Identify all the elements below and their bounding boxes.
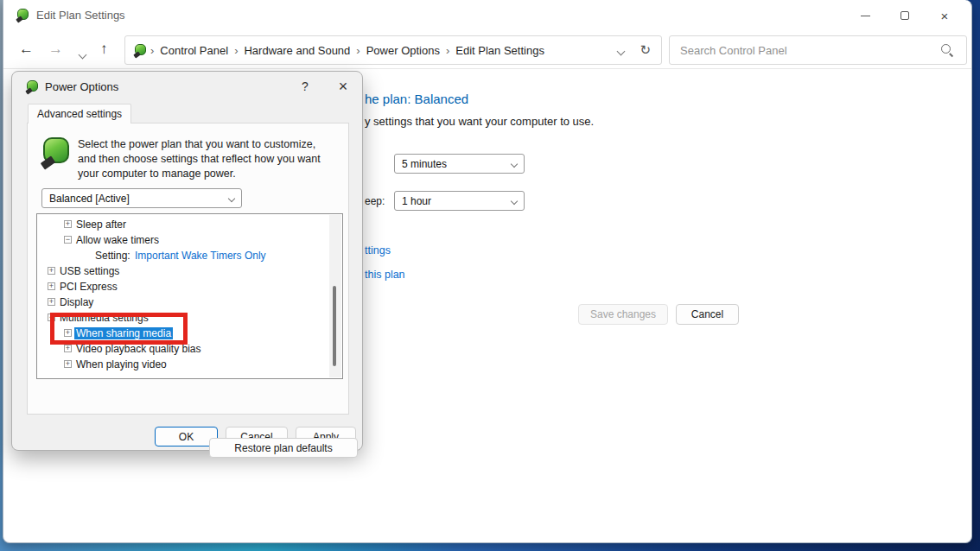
desktop-background: Edit Plan Settings × ← → ↑ › Control Pan… bbox=[0, 0, 980, 551]
tree-item-pci-express[interactable]: + PCI Express bbox=[37, 279, 328, 294]
sleep-timeout-select[interactable]: 1 hour bbox=[394, 191, 525, 211]
breadcrumb-control-panel[interactable]: Control Panel bbox=[156, 44, 232, 57]
expand-icon[interactable]: + bbox=[48, 298, 55, 306]
expand-icon[interactable]: + bbox=[64, 345, 72, 352]
chevron-down-icon bbox=[228, 194, 235, 201]
expand-icon[interactable]: + bbox=[64, 360, 72, 368]
page-cancel-button[interactable]: Cancel bbox=[676, 304, 739, 325]
maximize-icon bbox=[900, 11, 909, 20]
tree-item-display[interactable]: + Display bbox=[37, 294, 328, 310]
annotation-highlight-box bbox=[50, 313, 188, 345]
chevron-down-icon bbox=[511, 160, 518, 167]
save-changes-button[interactable]: Save changes bbox=[578, 304, 668, 325]
tree-item-label: Video playback quality bias bbox=[76, 343, 201, 355]
search-icon[interactable] bbox=[940, 43, 954, 57]
power-options-dialog: Power Options ? × Advanced settings Sele… bbox=[11, 71, 363, 451]
tree-item-usb-settings[interactable]: + USB settings bbox=[37, 263, 328, 279]
tree-item-label: Sleep after bbox=[76, 218, 126, 231]
power-plan-icon bbox=[41, 136, 73, 167]
maximize-button[interactable] bbox=[885, 0, 925, 31]
page-description: y settings that you want your computer t… bbox=[365, 115, 594, 128]
up-button[interactable]: ↑ bbox=[100, 40, 108, 59]
restore-plan-defaults-button[interactable]: Restore plan defaults bbox=[209, 438, 358, 458]
breadcrumb-power-icon bbox=[134, 43, 148, 57]
breadcrumb-separator-icon: › bbox=[443, 44, 452, 57]
power-options-icon bbox=[26, 79, 40, 93]
dialog-close-button[interactable]: × bbox=[333, 78, 353, 96]
tree-item-label: USB settings bbox=[60, 265, 119, 277]
tab-advanced-settings[interactable]: Advanced settings bbox=[28, 104, 131, 124]
breadcrumb-separator-icon: › bbox=[148, 44, 156, 57]
power-plan-select[interactable]: Balanced [Active] bbox=[41, 188, 242, 208]
chevron-down-icon bbox=[511, 197, 518, 204]
power-options-icon bbox=[16, 8, 30, 22]
address-bar[interactable]: › Control Panel › Hardware and Sound › P… bbox=[124, 35, 662, 65]
breadcrumb-separator-icon: › bbox=[232, 44, 240, 57]
tree-item-when-playing-video[interactable]: + When playing video bbox=[37, 357, 328, 372]
tree-item-label: Display bbox=[60, 296, 93, 308]
tree-item-sleep-after[interactable]: + Sleep after bbox=[37, 217, 328, 232]
recent-pages-dropdown[interactable] bbox=[80, 44, 86, 63]
dialog-title: Power Options bbox=[45, 80, 118, 93]
advanced-settings-panel: Select the power plan that you want to c… bbox=[27, 123, 349, 415]
window-controls: × bbox=[845, 0, 964, 31]
delete-plan-link[interactable]: this plan bbox=[365, 269, 405, 281]
close-icon: × bbox=[941, 9, 949, 23]
search-input[interactable] bbox=[670, 44, 940, 57]
display-timeout-value: 5 minutes bbox=[402, 158, 447, 170]
advanced-power-settings-link[interactable]: ttings bbox=[365, 244, 391, 256]
setting-value-link[interactable]: Important Wake Timers Only bbox=[135, 250, 266, 262]
window-titlebar: Edit Plan Settings × bbox=[3, 0, 971, 31]
tree-item-allow-wake-timers[interactable]: − Allow wake timers bbox=[37, 232, 328, 248]
navigation-toolbar: ← → ↑ › Control Panel › Hardware and Sou… bbox=[3, 31, 971, 69]
display-timeout-select[interactable]: 5 minutes bbox=[394, 154, 525, 174]
minimize-icon bbox=[861, 16, 870, 16]
tree-item-wake-timers-setting[interactable]: Setting: Important Wake Timers Only bbox=[37, 248, 328, 263]
expand-icon[interactable]: + bbox=[48, 267, 55, 275]
help-button[interactable]: ? bbox=[296, 79, 314, 93]
back-button[interactable]: ← bbox=[19, 40, 34, 59]
refresh-button[interactable]: ↻ bbox=[640, 42, 651, 58]
search-box bbox=[669, 35, 967, 65]
advanced-settings-tree: + Sleep after − Allow wake timers Settin… bbox=[36, 213, 343, 379]
breadcrumb-separator-icon: › bbox=[353, 44, 362, 57]
chevron-down-icon bbox=[617, 48, 626, 56]
address-dropdown-button[interactable] bbox=[618, 42, 624, 58]
page-title: he plan: Balanced bbox=[365, 92, 468, 106]
tree-item-label: Allow wake timers bbox=[76, 234, 159, 246]
dialog-intro-text: Select the power plan that you want to c… bbox=[78, 137, 334, 181]
tree-item-label: When playing video bbox=[76, 358, 167, 370]
sleep-label: eep: bbox=[365, 195, 385, 207]
tree-scrollbar-thumb[interactable] bbox=[333, 286, 336, 366]
dialog-titlebar: Power Options ? × bbox=[12, 72, 362, 103]
tree-scrollbar-track[interactable] bbox=[329, 215, 341, 377]
sleep-timeout-value: 1 hour bbox=[402, 195, 431, 207]
breadcrumb-hardware-and-sound[interactable]: Hardware and Sound bbox=[240, 44, 353, 57]
power-plan-value: Balanced [Active] bbox=[49, 193, 130, 205]
tree-item-label: PCI Express bbox=[60, 281, 118, 293]
expand-icon[interactable]: + bbox=[64, 220, 72, 228]
expand-icon[interactable]: + bbox=[48, 282, 55, 290]
collapse-icon[interactable]: − bbox=[64, 236, 72, 244]
setting-key: Setting: bbox=[95, 250, 130, 262]
breadcrumb-power-options[interactable]: Power Options bbox=[363, 44, 443, 57]
breadcrumb-edit-plan-settings[interactable]: Edit Plan Settings bbox=[452, 44, 548, 57]
forward-button[interactable]: → bbox=[48, 40, 63, 59]
chevron-down-icon bbox=[79, 51, 87, 60]
minimize-button[interactable] bbox=[845, 0, 885, 31]
close-button[interactable]: × bbox=[925, 0, 964, 31]
window-title: Edit Plan Settings bbox=[36, 9, 125, 22]
